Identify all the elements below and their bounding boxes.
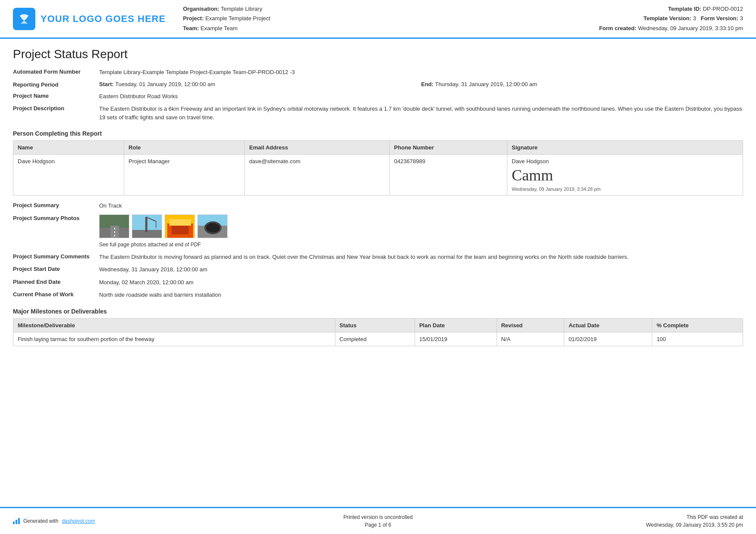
milestone-plan-date: 15/01/2019	[415, 332, 497, 346]
logo-text: YOUR LOGO GOES HERE	[41, 13, 166, 25]
col-status: Status	[335, 318, 415, 332]
page-title: Project Status Report	[13, 47, 743, 61]
form-created-value: Wednesday, 09 January 2019, 3:33:10 pm	[638, 25, 743, 31]
reporting-period-row: Reporting Period Start: Tuesday, 01 Janu…	[13, 81, 743, 88]
milestone-actual-date: 01/02/2019	[564, 332, 652, 346]
milestones-section-header: Major Milestones or Deliverables	[13, 308, 743, 315]
project-name-label: Project Name	[13, 92, 99, 99]
project-summary-comments-label: Project Summary Comments	[13, 253, 99, 260]
col-email: Email Address	[245, 141, 390, 155]
col-revised: Revised	[497, 318, 564, 332]
project-description-label: Project Description	[13, 105, 99, 112]
signature-image: Camm	[512, 166, 738, 185]
footer-right: This PDF was created at Wednesday, 09 Ja…	[500, 513, 743, 529]
col-phone: Phone Number	[390, 141, 507, 155]
header-right: Template ID: DP-PROD-0012 Template Versi…	[599, 4, 743, 33]
project-start-date-row: Project Start Date Wednesday, 31 January…	[13, 265, 743, 274]
person-signature-cell: Dave Hodgson Camm Wednesday, 09 January …	[507, 155, 743, 196]
footer-generated-text: Generated with	[23, 518, 58, 524]
header: YOUR LOGO GOES HERE Organisation: Templa…	[0, 0, 756, 39]
footer-right-line2: Wednesday, 09 January 2019, 3:55:20 pm	[500, 521, 743, 529]
project-label: Project:	[183, 15, 203, 22]
project-summary-comments-value: The Eastern Distributor is moving forwar…	[99, 253, 743, 261]
team-label: Team:	[183, 25, 199, 31]
person-table: Name Role Email Address Phone Number Sig…	[13, 140, 743, 196]
project-summary-photos-label: Project Summary Photos	[13, 214, 99, 221]
form-version-label: Form Version:	[701, 15, 738, 22]
logo-area: YOUR LOGO GOES HERE	[13, 8, 166, 30]
end-label: End:	[421, 81, 434, 87]
template-version-value: 3	[693, 15, 696, 22]
project-start-date-value: Wednesday, 31 January 2018, 12:00:00 am	[99, 265, 743, 274]
project-value: Example Template Project	[205, 15, 270, 22]
milestone-status: Completed	[335, 332, 415, 346]
template-version-label: Template Version:	[644, 15, 691, 22]
footer-center: Printed version is uncontrolled Page 1 o…	[256, 513, 500, 529]
project-description-row: Project Description The Eastern Distribu…	[13, 105, 743, 121]
form-version-value: 3	[740, 15, 743, 22]
col-actual-date: Actual Date	[564, 318, 652, 332]
photo-caption: See full page photos attached at end of …	[99, 241, 743, 248]
project-summary-photos-row: Project Summary Photos	[13, 214, 743, 248]
project-summary-row: Project Summary On Track	[13, 202, 743, 210]
footer-center-line1: Printed version is uncontrolled	[256, 513, 500, 521]
org-label: Organisation:	[183, 6, 219, 12]
reporting-period-end: End: Thursday, 31 January 2019, 12:00:00…	[421, 81, 743, 87]
person-email: dave@sitemate.com	[245, 155, 390, 196]
reporting-period-values: Start: Tuesday, 01 January 2019, 12:00:0…	[99, 81, 743, 87]
footer-right-line1: This PDF was created at	[500, 513, 743, 521]
svg-point-16	[206, 223, 220, 233]
project-description-value: The Eastern Distributor is a 6km Freeway…	[99, 105, 743, 121]
col-plan-date: Plan Date	[415, 318, 497, 332]
logo-icon	[13, 8, 35, 30]
template-id-label: Template ID:	[668, 6, 701, 12]
col-milestone: Milestone/Deliverable	[13, 318, 335, 332]
project-summary-value: On Track	[99, 202, 743, 210]
milestone-revised: N/A	[497, 332, 564, 346]
planned-end-date-row: Planned End Date Monday, 02 March 2020, …	[13, 278, 743, 287]
reporting-period-start: Start: Tuesday, 01 January 2019, 12:00:0…	[99, 81, 421, 87]
footer-center-line2: Page 1 of 6	[256, 521, 500, 529]
planned-end-date-label: Planned End Date	[13, 278, 99, 285]
footer-logo-icon	[13, 518, 20, 524]
milestone-percent: 100	[652, 332, 743, 346]
current-phase-label: Current Phase of Work	[13, 291, 99, 298]
svg-rect-12	[172, 226, 189, 234]
planned-end-date-value: Monday, 02 March 2020, 12:00:00 am	[99, 278, 743, 287]
project-name-row: Project Name Eastern Distributor Road Wo…	[13, 92, 743, 101]
project-summary-comments-row: Project Summary Comments The Eastern Dis…	[13, 253, 743, 261]
table-row: Dave Hodgson Project Manager dave@sitema…	[13, 155, 743, 196]
footer-left: Generated with dashpivot.com	[13, 518, 256, 524]
person-table-header-row: Name Role Email Address Phone Number Sig…	[13, 141, 743, 155]
person-role: Project Manager	[124, 155, 245, 196]
person-section-header: Person Completing this Report	[13, 130, 743, 137]
template-id-value: DP-PROD-0012	[703, 6, 743, 12]
col-name: Name	[13, 141, 124, 155]
automated-form-row: Automated Form Number Template Library-E…	[13, 68, 743, 77]
photo-thumb-3	[165, 214, 195, 238]
project-summary-photos-value: See full page photos attached at end of …	[99, 214, 743, 248]
current-phase-row: Current Phase of Work North side roadsid…	[13, 291, 743, 299]
automated-form-value: Template Library-Example Template Projec…	[99, 68, 743, 77]
milestone-name: Finish laying tarmac for southern portio…	[13, 332, 335, 346]
start-value: Tuesday, 01 January 2019, 12:00:00 am	[115, 81, 215, 87]
person-phone: 0423678989	[390, 155, 507, 196]
org-value: Template Library	[221, 6, 262, 12]
automated-form-label: Automated Form Number	[13, 68, 99, 75]
table-row: Finish laying tarmac for southern portio…	[13, 332, 743, 346]
team-value: Example Team	[200, 25, 237, 31]
main-content: Project Status Report Automated Form Num…	[0, 39, 756, 363]
footer: Generated with dashpivot.com Printed ver…	[0, 507, 756, 534]
photo-thumb-2	[132, 214, 162, 238]
start-label: Start:	[99, 81, 114, 87]
person-name: Dave Hodgson	[13, 155, 124, 196]
project-summary-label: Project Summary	[13, 202, 99, 208]
end-value: Thursday, 31 January 2019, 12:00:00 am	[435, 81, 537, 87]
footer-link[interactable]: dashpivot.com	[62, 518, 95, 524]
photos-container	[99, 214, 743, 238]
svg-rect-6	[145, 217, 147, 232]
col-percent-complete: % Complete	[652, 318, 743, 332]
col-role: Role	[124, 141, 245, 155]
project-start-date-label: Project Start Date	[13, 265, 99, 272]
milestones-header-row: Milestone/Deliverable Status Plan Date R…	[13, 318, 743, 332]
